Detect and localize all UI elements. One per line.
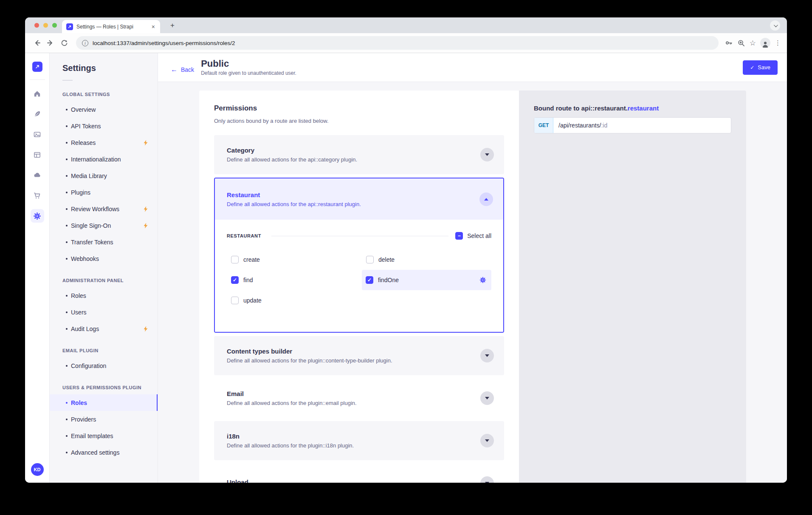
feather-icon bbox=[33, 110, 41, 118]
page-content: Permissions Only actions bound by a rout… bbox=[158, 82, 787, 483]
home-icon bbox=[33, 90, 41, 98]
permissions-accordions: Category Define all allowed actions for … bbox=[214, 135, 504, 483]
title-block: Public Default role given to unauthentic… bbox=[201, 59, 296, 76]
browser-tab-bar: Settings — Roles | Strapi × + bbox=[25, 17, 787, 33]
sidebar-item-up-roles[interactable]: Roles bbox=[50, 394, 158, 411]
accordion-i18n[interactable]: i18n Define all allowed actions for the … bbox=[214, 421, 504, 460]
lightning-bolt-icon bbox=[143, 223, 148, 229]
cog-icon[interactable] bbox=[479, 277, 486, 283]
expand-button[interactable] bbox=[480, 349, 494, 362]
sidebar-item-transfer-tokens[interactable]: Transfer Tokens bbox=[50, 234, 158, 250]
expand-button[interactable] bbox=[480, 434, 494, 447]
browser-toolbar: i localhost:1337/admin/settings/users-pe… bbox=[25, 33, 787, 53]
actions-grid: create delete ✓ bbox=[227, 249, 491, 311]
sidebar-item-email-configuration[interactable]: Configuration bbox=[50, 357, 158, 374]
sidebar-item-releases[interactable]: Releases bbox=[50, 134, 158, 151]
macos-traffic-lights bbox=[34, 23, 57, 28]
site-info-icon[interactable]: i bbox=[82, 40, 88, 46]
select-all-label: Select all bbox=[467, 232, 491, 239]
rail-divider bbox=[30, 79, 45, 80]
browser-menu-icon[interactable]: ⋮ bbox=[775, 39, 781, 47]
bullet-icon bbox=[66, 258, 68, 260]
collapse-button[interactable] bbox=[479, 192, 493, 206]
expand-button[interactable] bbox=[480, 391, 494, 405]
find-checkbox[interactable]: ✓ bbox=[231, 276, 239, 284]
sidebar-item-email-templates[interactable]: Email templates bbox=[50, 427, 158, 444]
bullet-icon bbox=[66, 125, 68, 127]
caret-up-icon bbox=[484, 198, 488, 201]
tab-close-icon[interactable]: × bbox=[151, 23, 156, 30]
sidebar-item-api-tokens[interactable]: API Tokens bbox=[50, 118, 158, 134]
caret-down-icon bbox=[485, 397, 489, 399]
bullet-icon bbox=[66, 225, 68, 226]
accordion-category[interactable]: Category Define all allowed actions for … bbox=[214, 135, 504, 174]
rail-item-home[interactable] bbox=[25, 83, 50, 104]
accordion-email[interactable]: Email Define all allowed actions for the… bbox=[214, 379, 504, 418]
delete-checkbox[interactable] bbox=[366, 256, 374, 263]
bullet-icon bbox=[66, 452, 68, 453]
select-all-checkbox[interactable]: − bbox=[455, 232, 463, 240]
divider-line bbox=[271, 236, 448, 236]
new-tab-button[interactable]: + bbox=[168, 21, 177, 30]
sidebar-item-providers[interactable]: Providers bbox=[50, 411, 158, 427]
save-button[interactable]: ✓ Save bbox=[743, 60, 778, 75]
password-key-icon[interactable] bbox=[725, 39, 733, 47]
back-link[interactable]: ← Back bbox=[171, 66, 194, 73]
update-checkbox[interactable] bbox=[231, 297, 239, 304]
accordion-content-types-builder[interactable]: Content types builder Define all allowed… bbox=[214, 336, 504, 375]
close-window-icon[interactable] bbox=[34, 23, 39, 28]
reload-button[interactable] bbox=[58, 37, 70, 49]
sidebar-item-admin-roles[interactable]: Roles bbox=[50, 287, 158, 304]
sidebar-item-audit-logs[interactable]: Audit Logs bbox=[50, 320, 158, 337]
browser-profile-icon[interactable] bbox=[760, 38, 770, 48]
maximize-window-icon[interactable] bbox=[52, 23, 57, 28]
accordion-restaurant-header[interactable]: Restaurant Define all allowed actions fo… bbox=[215, 178, 503, 220]
bullet-icon bbox=[66, 402, 68, 404]
sidebar-item-webhooks[interactable]: Webhooks bbox=[50, 250, 158, 267]
browser-tab[interactable]: Settings — Roles | Strapi × bbox=[62, 20, 160, 33]
findone-checkbox[interactable]: ✓ bbox=[366, 276, 373, 284]
bookmark-star-icon[interactable]: ☆ bbox=[750, 39, 756, 48]
cloud-icon bbox=[33, 171, 42, 179]
back-arrow-icon: ← bbox=[171, 66, 178, 73]
cart-icon bbox=[33, 192, 41, 200]
action-update: update bbox=[227, 290, 362, 311]
strapi-logo[interactable] bbox=[32, 62, 42, 72]
bound-route-title: Bound route to api::restaurant.restauran… bbox=[534, 105, 731, 112]
expand-button[interactable] bbox=[480, 148, 494, 161]
sidebar-item-overview[interactable]: Overview bbox=[50, 101, 158, 118]
section-email-plugin: EMAIL PLUGIN bbox=[50, 348, 158, 353]
sidebar-item-advanced-settings[interactable]: Advanced settings bbox=[50, 444, 158, 461]
layout-icon bbox=[33, 151, 41, 159]
minimize-window-icon[interactable] bbox=[43, 23, 48, 28]
bound-route-panel: Bound route to api::restaurant.restauran… bbox=[519, 91, 746, 483]
strapi-favicon-icon bbox=[66, 23, 73, 30]
rail-item-settings[interactable] bbox=[25, 206, 50, 226]
user-avatar[interactable]: KD bbox=[31, 463, 44, 476]
rail-item-media-library[interactable] bbox=[25, 124, 50, 144]
sidebar-item-media-library[interactable]: Media Library bbox=[50, 167, 158, 184]
sidebar-item-admin-users[interactable]: Users bbox=[50, 304, 158, 320]
rail-item-content-type-builder[interactable] bbox=[25, 144, 50, 165]
sidebar-item-plugins[interactable]: Plugins bbox=[50, 184, 158, 201]
main-panel: ← Back Public Default role given to unau… bbox=[158, 53, 787, 483]
tab-search-button[interactable] bbox=[770, 20, 780, 31]
rail-item-content-manager[interactable] bbox=[25, 104, 50, 124]
accordion-upload[interactable]: Upload bbox=[214, 464, 504, 483]
zoom-in-icon[interactable] bbox=[737, 39, 745, 47]
sidebar-item-review-workflows[interactable]: Review Workflows bbox=[50, 201, 158, 217]
action-findone[interactable]: ✓ findOne bbox=[362, 270, 491, 290]
lightning-bolt-icon bbox=[143, 326, 148, 332]
bullet-icon bbox=[66, 365, 68, 367]
back-nav-button[interactable] bbox=[31, 37, 43, 49]
rail-item-marketplace[interactable] bbox=[25, 185, 50, 206]
sidebar-item-internationalization[interactable]: Internationalization bbox=[50, 151, 158, 167]
forward-nav-button[interactable] bbox=[45, 37, 56, 49]
lightning-bolt-icon bbox=[143, 206, 148, 212]
rail-item-deploy[interactable] bbox=[25, 165, 50, 185]
create-checkbox[interactable] bbox=[231, 256, 239, 263]
address-bar[interactable]: i localhost:1337/admin/settings/users-pe… bbox=[76, 36, 719, 50]
expand-button[interactable] bbox=[480, 476, 494, 483]
sidebar-item-single-sign-on[interactable]: Single Sign-On bbox=[50, 217, 158, 234]
restaurant-permissions-body: RESTAURANT − Select all bbox=[215, 220, 503, 332]
